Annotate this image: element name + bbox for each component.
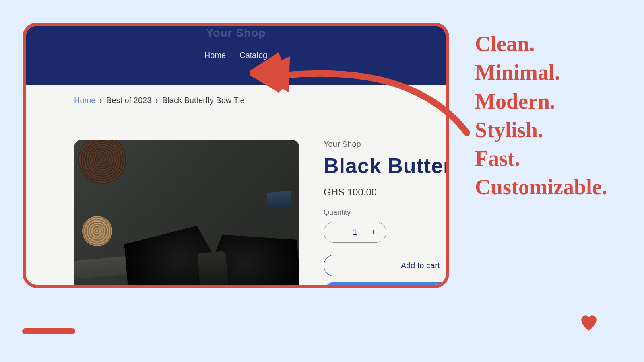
product-price: GHS 100.00 [324, 187, 398, 198]
quantity-decrease-button[interactable]: − [332, 226, 342, 238]
nav-home[interactable]: Home [204, 51, 226, 60]
add-to-cart-button[interactable]: Add to cart [324, 255, 449, 276]
site-header: Your Shop Home Catalog [26, 26, 446, 85]
quantity-stepper[interactable]: − 1 + [324, 222, 386, 243]
breadcrumb-collection[interactable]: Best of 2023 [106, 96, 151, 105]
bowtie-graphic [126, 228, 295, 288]
decor-ball-icon [82, 216, 112, 246]
quantity-increase-button[interactable]: + [368, 226, 378, 238]
marketing-line: Clean. [475, 30, 607, 58]
shop-title: Your Shop [206, 27, 266, 39]
main-nav: Home Catalog [204, 51, 267, 60]
decor-ball-icon [78, 140, 126, 184]
product-content: Your Shop Black Butterf GHS 100.00 Quant… [26, 115, 446, 288]
progress-indicator [22, 328, 75, 334]
breadcrumb-separator: › [99, 96, 102, 105]
marketing-line: Stylish. [475, 116, 607, 144]
marketing-line: Customizable. [475, 173, 607, 202]
product-image[interactable] [74, 140, 299, 288]
marketing-line: Modern. [475, 87, 607, 116]
marketing-line: Fast. [475, 144, 607, 173]
marketing-line: Minimal. [475, 58, 607, 87]
quantity-value: 1 [353, 228, 357, 237]
nav-catalog[interactable]: Catalog [239, 51, 267, 60]
quantity-label: Quantity [324, 208, 398, 217]
product-title: Black Butterf [324, 154, 398, 178]
heart-icon[interactable] [579, 313, 599, 331]
breadcrumb-separator: › [155, 96, 158, 105]
breadcrumb-product: Black Butterfly Bow Tie [162, 96, 245, 105]
browser-frame: Your Shop Home Catalog Home › Best of 20… [23, 23, 449, 288]
product-details: Your Shop Black Butterf GHS 100.00 Quant… [324, 140, 398, 288]
breadcrumb: Home › Best of 2023 › Black Butterfly Bo… [26, 85, 446, 115]
breadcrumb-home[interactable]: Home [74, 96, 95, 105]
marketing-copy: Clean. Minimal. Modern. Stylish. Fast. C… [475, 30, 607, 202]
buy-now-button[interactable]: Buy it now [324, 282, 449, 288]
product-vendor: Your Shop [324, 140, 398, 149]
